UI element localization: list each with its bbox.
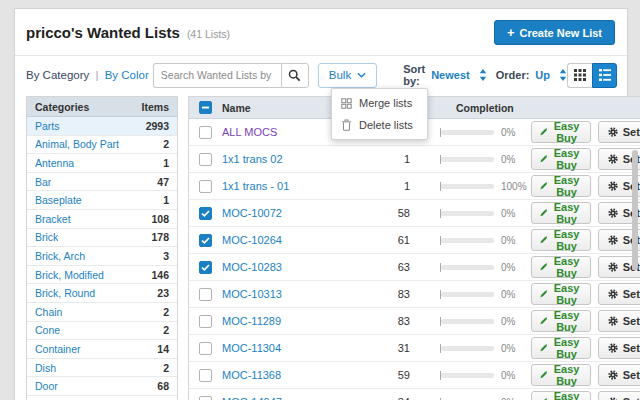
- row-checkbox[interactable]: [199, 234, 212, 247]
- order-direction-icon[interactable]: [559, 69, 567, 81]
- easy-buy-button[interactable]: Easy Buy: [531, 337, 591, 359]
- row-checkbox[interactable]: [199, 207, 212, 220]
- category-link[interactable]: Bar: [35, 176, 51, 188]
- category-link[interactable]: Brick, Modified: [35, 269, 104, 281]
- setup-button[interactable]: Setup: [598, 364, 640, 386]
- category-row[interactable]: Bracket 108: [27, 210, 177, 229]
- category-row[interactable]: Cone 2: [27, 322, 177, 341]
- list-name-link[interactable]: MOC-14947: [222, 396, 282, 400]
- easy-buy-label: Easy Buy: [551, 147, 581, 171]
- setup-button[interactable]: Setup: [598, 283, 640, 305]
- row-checkbox[interactable]: [199, 396, 212, 400]
- category-link[interactable]: Door: [35, 380, 58, 392]
- category-row[interactable]: Antenna 1: [27, 154, 177, 173]
- row-checkbox[interactable]: [199, 369, 212, 382]
- category-link[interactable]: Brick, Round: [35, 287, 95, 299]
- easy-buy-button[interactable]: Easy Buy: [531, 148, 591, 170]
- category-row[interactable]: Dish 2: [27, 359, 177, 378]
- easy-buy-button[interactable]: Easy Buy: [531, 202, 591, 224]
- category-row[interactable]: Brick 178: [27, 229, 177, 248]
- merge-lists-label: Merge lists: [359, 97, 412, 109]
- setup-button[interactable]: Setup: [598, 391, 640, 400]
- easy-buy-pencil-icon: [540, 342, 547, 354]
- row-checkbox[interactable]: [199, 342, 212, 355]
- wanted-list-row: MOC-11304 31 0% Easy Buy Setup: [189, 335, 640, 362]
- category-link[interactable]: Baseplate: [35, 194, 82, 206]
- row-checkbox[interactable]: [199, 288, 212, 301]
- list-view-button[interactable]: [592, 63, 617, 88]
- category-row[interactable]: Bar 47: [27, 173, 177, 192]
- by-category-link[interactable]: By Category: [26, 69, 89, 81]
- category-link[interactable]: Cone: [35, 324, 60, 336]
- easy-buy-button[interactable]: Easy Buy: [531, 229, 591, 251]
- category-link[interactable]: Antenna: [35, 157, 74, 169]
- lists-body: ALL MOCS 0% Easy Buy Setup: [189, 119, 640, 400]
- easy-buy-label: Easy Buy: [551, 336, 581, 360]
- setup-button[interactable]: Setup: [598, 121, 640, 143]
- category-row[interactable]: Container 14: [27, 340, 177, 359]
- items-count: 63: [398, 261, 410, 273]
- list-name-link[interactable]: MOC-11368: [222, 369, 281, 381]
- category-link[interactable]: Chain: [35, 306, 62, 318]
- easy-buy-label: Easy Buy: [551, 282, 581, 306]
- category-link[interactable]: Bracket: [35, 213, 71, 225]
- row-checkbox[interactable]: [199, 153, 212, 166]
- category-row[interactable]: Animal, Body Part 2: [27, 136, 177, 155]
- trash-icon: [341, 119, 352, 131]
- category-row[interactable]: Brick, Round 23: [27, 284, 177, 303]
- row-checkbox[interactable]: [199, 126, 212, 139]
- setup-button[interactable]: Setup: [598, 337, 640, 359]
- category-row[interactable]: Parts 2993: [27, 117, 177, 136]
- easy-buy-button[interactable]: Easy Buy: [531, 175, 591, 197]
- wanted-lists-table: Name Items Completion ALL MOCS 0% Easy B: [188, 96, 640, 400]
- merge-lists-menu-item[interactable]: Merge lists: [332, 92, 427, 114]
- sort-direction-icon[interactable]: [479, 69, 487, 81]
- easy-buy-label: Easy Buy: [551, 255, 581, 279]
- category-row[interactable]: Door 68: [27, 377, 177, 396]
- category-link[interactable]: Container: [35, 343, 81, 355]
- category-link[interactable]: Parts: [35, 120, 60, 132]
- search-button[interactable]: [281, 63, 309, 88]
- row-checkbox[interactable]: [199, 315, 212, 328]
- setup-button[interactable]: Setup: [598, 310, 640, 332]
- list-name-link[interactable]: 1x1 trans - 01: [222, 180, 289, 192]
- category-link[interactable]: Animal, Body Part: [35, 138, 119, 150]
- easy-buy-button[interactable]: Easy Buy: [531, 364, 591, 386]
- sort-by-value[interactable]: Newest: [431, 69, 470, 81]
- by-color-link[interactable]: By Color: [105, 69, 149, 81]
- list-name-link[interactable]: MOC-11304: [222, 342, 281, 354]
- progress-track: [441, 157, 494, 162]
- bulk-button[interactable]: Bulk: [318, 63, 377, 88]
- list-name-link[interactable]: 1x1 trans 02: [222, 153, 283, 165]
- list-name-link[interactable]: ALL MOCS: [222, 126, 277, 138]
- list-name-link[interactable]: MOC-10072: [222, 207, 282, 219]
- list-name-link[interactable]: MOC-11289: [222, 315, 281, 327]
- grid-view-button[interactable]: [567, 63, 592, 88]
- create-new-list-button[interactable]: + Create New List: [494, 20, 615, 45]
- search-input[interactable]: [153, 63, 281, 88]
- list-name-link[interactable]: MOC-10264: [222, 234, 282, 246]
- row-checkbox[interactable]: [199, 180, 212, 193]
- category-link[interactable]: Brick: [35, 231, 58, 243]
- easy-buy-button[interactable]: Easy Buy: [531, 283, 591, 305]
- easy-buy-button[interactable]: Easy Buy: [531, 256, 591, 278]
- category-row[interactable]: Brick, Arch 3: [27, 247, 177, 266]
- select-all-checkbox[interactable]: [199, 101, 212, 114]
- category-row[interactable]: Chain 2: [27, 303, 177, 322]
- category-row[interactable]: Brick, Modified 146: [27, 266, 177, 285]
- order-value[interactable]: Up: [535, 69, 550, 81]
- easy-buy-button[interactable]: Easy Buy: [531, 121, 591, 143]
- row-checkbox[interactable]: [199, 261, 212, 274]
- category-item-count: 1: [163, 194, 169, 206]
- category-row[interactable]: Baseplate 1: [27, 191, 177, 210]
- list-name-link[interactable]: MOC-10283: [222, 261, 282, 273]
- category-link[interactable]: Dish: [35, 362, 56, 374]
- easy-buy-button[interactable]: Easy Buy: [531, 310, 591, 332]
- list-name-link[interactable]: MOC-10313: [222, 288, 282, 300]
- category-link[interactable]: Brick, Arch: [35, 250, 85, 262]
- easy-buy-button[interactable]: Easy Buy: [531, 391, 591, 400]
- category-row[interactable]: Door Frame 8: [27, 396, 177, 400]
- merge-icon: [341, 98, 352, 109]
- page-scrollbar-thumb[interactable]: [632, 150, 638, 270]
- delete-lists-menu-item[interactable]: Delete lists: [332, 114, 427, 136]
